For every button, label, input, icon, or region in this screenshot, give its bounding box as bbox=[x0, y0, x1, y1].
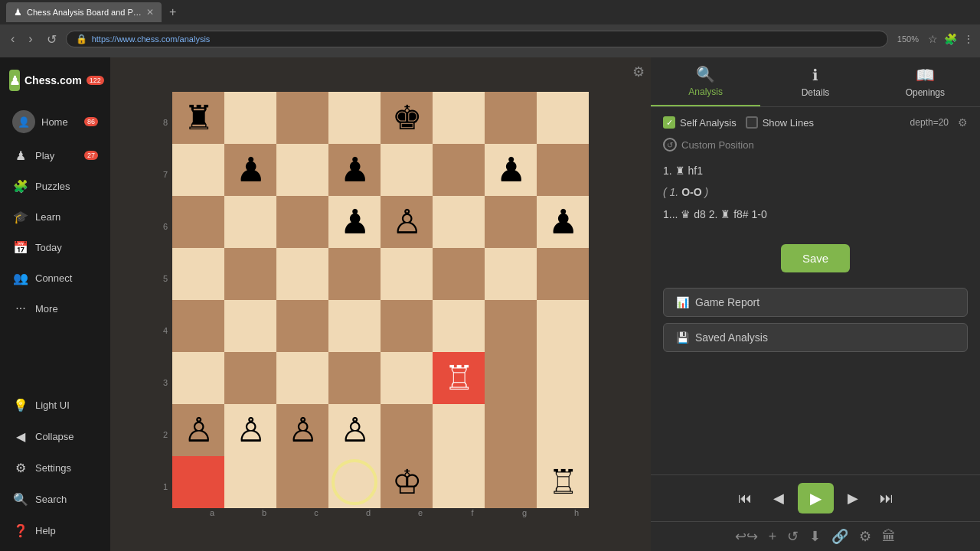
back-button[interactable]: ‹ bbox=[6, 31, 19, 47]
cell-e3[interactable] bbox=[381, 352, 433, 404]
cell-d4[interactable] bbox=[328, 300, 381, 352]
flip-board-icon[interactable]: ↩↪ bbox=[735, 528, 758, 545]
show-lines-checkbox[interactable]: Show Lines bbox=[746, 116, 814, 129]
sidebar-item-learn[interactable]: 🎓 Learn bbox=[3, 202, 107, 231]
cell-e6[interactable]: ♙ bbox=[381, 196, 433, 248]
self-analysis-checkbox[interactable]: Self Analysis bbox=[663, 116, 737, 129]
tab-close-btn[interactable]: ✕ bbox=[146, 7, 154, 18]
cell-f8[interactable] bbox=[433, 92, 485, 144]
config-icon[interactable]: ⚙ bbox=[859, 528, 871, 545]
sidebar-item-more[interactable]: ··· More bbox=[3, 294, 107, 323]
cell-f3[interactable]: ♖ bbox=[433, 352, 485, 404]
forward-button[interactable]: › bbox=[24, 31, 37, 47]
address-bar[interactable]: 🔒 https://www.chess.com/analysis bbox=[66, 31, 888, 47]
sidebar-item-collapse[interactable]: ◀ Collapse bbox=[3, 422, 107, 451]
cell-b2[interactable]: ♙ bbox=[224, 404, 276, 456]
cell-d7[interactable]: ♟ bbox=[328, 144, 381, 196]
cell-h3[interactable] bbox=[537, 352, 589, 404]
cell-f1[interactable] bbox=[433, 456, 485, 508]
extensions-icon[interactable]: 🧩 bbox=[944, 33, 957, 45]
cell-e8[interactable]: ♚ bbox=[381, 92, 433, 144]
cell-e1[interactable]: ♔ bbox=[381, 456, 433, 508]
play-button[interactable]: ▶ bbox=[798, 483, 834, 514]
cell-h8[interactable] bbox=[537, 92, 589, 144]
cell-c2[interactable]: ♙ bbox=[276, 404, 328, 456]
tab-analysis[interactable]: 🔍 Analysis bbox=[651, 57, 760, 106]
cell-e7[interactable] bbox=[381, 144, 433, 196]
cell-e2[interactable] bbox=[381, 404, 433, 456]
saved-analysis-button[interactable]: 💾 Saved Analysis bbox=[663, 323, 968, 352]
first-move-button[interactable]: ⏮ bbox=[730, 486, 760, 511]
cell-g6[interactable] bbox=[485, 196, 537, 248]
active-tab[interactable]: ♟ Chess Analysis Board and PGN... ✕ bbox=[6, 2, 162, 22]
bookmark-icon[interactable]: ☆ bbox=[928, 33, 938, 45]
save-button[interactable]: Save bbox=[781, 244, 850, 272]
cell-f7[interactable] bbox=[433, 144, 485, 196]
tab-openings[interactable]: 📖 Openings bbox=[871, 57, 980, 106]
sidebar-item-today[interactable]: 📅 Today bbox=[3, 233, 107, 262]
cell-h7[interactable] bbox=[537, 144, 589, 196]
cell-d8[interactable] bbox=[328, 92, 381, 144]
cell-c3[interactable] bbox=[276, 352, 328, 404]
last-move-button[interactable]: ⏭ bbox=[872, 486, 901, 511]
share-icon[interactable]: 🔗 bbox=[831, 528, 848, 545]
cell-e4[interactable] bbox=[381, 300, 433, 352]
cell-f4[interactable] bbox=[433, 300, 485, 352]
sidebar-item-light-ui[interactable]: 💡 Light UI bbox=[3, 390, 107, 419]
tab-details[interactable]: ℹ Details bbox=[760, 57, 870, 106]
cell-h5[interactable] bbox=[537, 248, 589, 300]
cell-b6[interactable] bbox=[224, 196, 276, 248]
cell-a4[interactable] bbox=[172, 300, 224, 352]
cell-c5[interactable] bbox=[276, 248, 328, 300]
cell-d3[interactable] bbox=[328, 352, 381, 404]
cell-c1[interactable] bbox=[276, 456, 328, 508]
sidebar-item-play[interactable]: ♟ Play 27 bbox=[3, 141, 107, 170]
cell-a2[interactable]: ♙ bbox=[172, 404, 224, 456]
cell-d1[interactable] bbox=[328, 456, 381, 508]
cell-g3[interactable] bbox=[485, 352, 537, 404]
cell-f6[interactable] bbox=[433, 196, 485, 248]
cell-c8[interactable] bbox=[276, 92, 328, 144]
cell-g8[interactable] bbox=[485, 92, 537, 144]
undo-icon[interactable]: ↺ bbox=[787, 528, 799, 545]
cell-d5[interactable] bbox=[328, 248, 381, 300]
cell-h6[interactable]: ♟ bbox=[537, 196, 589, 248]
cell-b3[interactable] bbox=[224, 352, 276, 404]
cell-d6[interactable]: ♟ bbox=[328, 196, 381, 248]
cell-g5[interactable] bbox=[485, 248, 537, 300]
cell-h1[interactable]: ♖ bbox=[537, 456, 589, 508]
cell-d2[interactable]: ♙ bbox=[328, 404, 381, 456]
board-settings-icon[interactable]: ⚙ bbox=[632, 64, 645, 80]
cell-h4[interactable] bbox=[537, 300, 589, 352]
cell-a8[interactable]: ♜ bbox=[172, 92, 224, 144]
cell-b1[interactable] bbox=[224, 456, 276, 508]
chess-board[interactable]: ♜ ♚ ♟ ♟ ♟ bbox=[172, 92, 589, 508]
cell-g4[interactable] bbox=[485, 300, 537, 352]
archive-icon[interactable]: 🏛 bbox=[882, 529, 896, 545]
chess-logo[interactable]: ♟ Chess.com 122 bbox=[0, 64, 110, 103]
cell-b5[interactable] bbox=[224, 248, 276, 300]
download-icon[interactable]: ⬇ bbox=[809, 528, 821, 545]
cell-e5[interactable] bbox=[381, 248, 433, 300]
cell-b8[interactable] bbox=[224, 92, 276, 144]
cell-g2[interactable] bbox=[485, 404, 537, 456]
cell-c4[interactable] bbox=[276, 300, 328, 352]
sidebar-item-search[interactable]: 🔍 Search bbox=[3, 484, 107, 514]
cell-f5[interactable] bbox=[433, 248, 485, 300]
menu-icon[interactable]: ⋮ bbox=[963, 33, 974, 45]
sidebar-item-puzzles[interactable]: 🧩 Puzzles bbox=[3, 171, 107, 201]
sidebar-item-help[interactable]: ❓ Help bbox=[3, 516, 107, 545]
sidebar-item-connect[interactable]: 👥 Connect bbox=[3, 263, 107, 292]
cell-g7[interactable]: ♟ bbox=[485, 144, 537, 196]
next-move-button[interactable]: ▶ bbox=[840, 485, 866, 511]
cell-a1[interactable] bbox=[172, 456, 224, 508]
sidebar-item-home[interactable]: 👤 Home 86 bbox=[3, 104, 107, 139]
cell-a3[interactable] bbox=[172, 352, 224, 404]
cell-c6[interactable] bbox=[276, 196, 328, 248]
cell-c7[interactable] bbox=[276, 144, 328, 196]
cell-h2[interactable] bbox=[537, 404, 589, 456]
custom-position-btn[interactable]: ↺ Custom Position bbox=[663, 138, 968, 152]
add-icon[interactable]: + bbox=[769, 529, 777, 545]
cell-a5[interactable] bbox=[172, 248, 224, 300]
new-tab-button[interactable]: + bbox=[165, 4, 181, 21]
